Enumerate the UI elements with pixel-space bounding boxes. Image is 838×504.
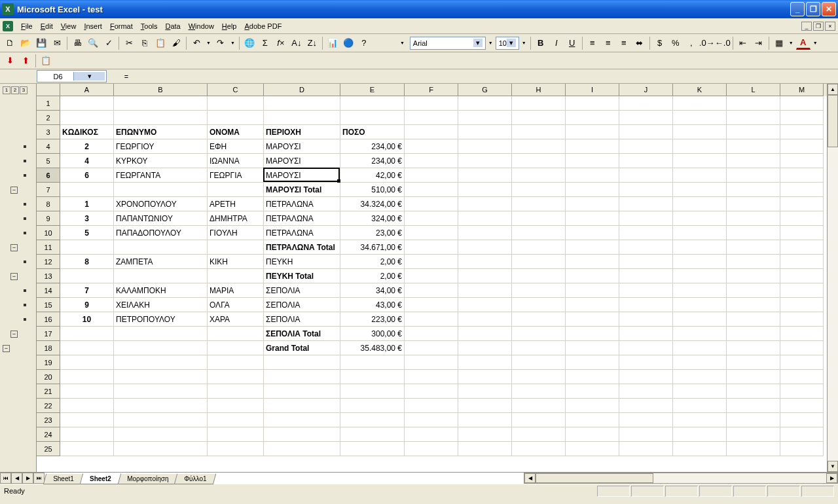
cell-K8[interactable] bbox=[673, 197, 727, 211]
drawing-icon[interactable]: 🔵 bbox=[341, 36, 355, 50]
col-header-B[interactable]: B bbox=[114, 84, 208, 96]
menu-format[interactable]: Format bbox=[106, 20, 137, 33]
cell-D19[interactable] bbox=[264, 355, 340, 370]
cell-E10[interactable]: 23,00 € bbox=[340, 226, 405, 240]
cell-L13[interactable] bbox=[727, 269, 780, 283]
cell-I11[interactable] bbox=[566, 240, 619, 255]
cell-F9[interactable] bbox=[405, 211, 458, 226]
cell-D6[interactable]: ΜΑΡΟΥΣΙ bbox=[264, 168, 340, 183]
cell-E6[interactable]: 42,00 € bbox=[340, 168, 405, 183]
cell-C10[interactable]: ΓΙΟΥΛΗ bbox=[208, 226, 264, 240]
outline-level-2[interactable]: 2 bbox=[11, 86, 19, 94]
cell-L22[interactable] bbox=[727, 399, 780, 413]
cell-L16[interactable] bbox=[727, 312, 780, 327]
cell-F2[interactable] bbox=[405, 111, 458, 125]
function-icon[interactable]: f× bbox=[274, 36, 288, 50]
font-size-selector[interactable]: 10▾ bbox=[496, 37, 519, 50]
horizontal-scrollbar[interactable]: ◀ ▶ bbox=[524, 473, 838, 484]
chevron-down-icon[interactable]: ▾ bbox=[507, 39, 516, 47]
cell-M24[interactable] bbox=[780, 427, 824, 442]
cell-B19[interactable] bbox=[114, 355, 208, 370]
cell-I3[interactable] bbox=[566, 125, 619, 139]
cell-K17[interactable] bbox=[673, 327, 727, 341]
cell-I10[interactable] bbox=[566, 226, 619, 240]
cell-C17[interactable] bbox=[208, 327, 264, 341]
cell-J8[interactable] bbox=[619, 197, 673, 211]
underline-button[interactable]: U bbox=[565, 36, 579, 50]
cell-L7[interactable] bbox=[727, 183, 780, 197]
cell-A22[interactable] bbox=[60, 399, 114, 413]
cell-G11[interactable] bbox=[458, 240, 512, 255]
cell-M15[interactable] bbox=[780, 298, 824, 312]
cell-M8[interactable] bbox=[780, 197, 824, 211]
doc-restore-button[interactable]: ❐ bbox=[813, 22, 824, 31]
cell-M7[interactable] bbox=[780, 183, 824, 197]
cell-M5[interactable] bbox=[780, 154, 824, 168]
cell-F11[interactable] bbox=[405, 240, 458, 255]
row-header-23[interactable]: 23 bbox=[37, 413, 60, 427]
cell-K16[interactable] bbox=[673, 312, 727, 327]
cell-C6[interactable]: ΓΕΩΡΓΙΑ bbox=[208, 168, 264, 183]
select-all-corner[interactable] bbox=[37, 84, 60, 96]
cell-G9[interactable] bbox=[458, 211, 512, 226]
cell-L4[interactable] bbox=[727, 139, 780, 154]
row-header-16[interactable]: 16 bbox=[37, 312, 60, 327]
cell-C23[interactable] bbox=[208, 413, 264, 427]
cell-K5[interactable] bbox=[673, 154, 727, 168]
cell-H17[interactable] bbox=[512, 327, 566, 341]
cell-A17[interactable] bbox=[60, 327, 114, 341]
cell-L20[interactable] bbox=[727, 370, 780, 384]
cell-D18[interactable]: Grand Total bbox=[264, 341, 340, 355]
hyperlink-icon[interactable]: 🌐 bbox=[242, 36, 257, 50]
cell-H9[interactable] bbox=[512, 211, 566, 226]
cell-J6[interactable] bbox=[619, 168, 673, 183]
maximize-button[interactable]: ❐ bbox=[806, 2, 820, 16]
cell-K3[interactable] bbox=[673, 125, 727, 139]
italic-button[interactable]: I bbox=[549, 36, 564, 50]
row-header-13[interactable]: 13 bbox=[37, 269, 60, 283]
col-header-E[interactable]: E bbox=[340, 84, 405, 96]
toolbar-options-icon[interactable]: ▼ bbox=[399, 41, 406, 45]
cell-C4[interactable]: ΕΦΗ bbox=[208, 139, 264, 154]
cut-icon[interactable]: ✂ bbox=[122, 36, 136, 50]
cell-B4[interactable]: ΓΕΩΡΓΙΟΥ bbox=[114, 139, 208, 154]
cell-M10[interactable] bbox=[780, 226, 824, 240]
new-icon[interactable]: 🗋 bbox=[3, 36, 17, 50]
cell-D10[interactable]: ΠΕΤΡΑΛΩΝΑ bbox=[264, 226, 340, 240]
cell-C13[interactable] bbox=[208, 269, 264, 283]
outline-level-3[interactable]: 3 bbox=[20, 86, 27, 94]
row-header-8[interactable]: 8 bbox=[37, 197, 60, 211]
cell-B11[interactable] bbox=[114, 240, 208, 255]
cell-M4[interactable] bbox=[780, 139, 824, 154]
cell-K7[interactable] bbox=[673, 183, 727, 197]
redo-dropdown-icon[interactable]: ▼ bbox=[229, 41, 236, 45]
cell-J5[interactable] bbox=[619, 154, 673, 168]
cell-H12[interactable] bbox=[512, 255, 566, 269]
cell-B25[interactable] bbox=[114, 442, 208, 456]
cell-J21[interactable] bbox=[619, 384, 673, 399]
borders-dropdown-icon[interactable]: ▼ bbox=[788, 41, 795, 45]
sort-asc-icon[interactable]: A↓ bbox=[289, 36, 304, 50]
cell-M22[interactable] bbox=[780, 399, 824, 413]
cell-K13[interactable] bbox=[673, 269, 727, 283]
cell-I17[interactable] bbox=[566, 327, 619, 341]
cell-I19[interactable] bbox=[566, 355, 619, 370]
cell-E12[interactable]: 2,00 € bbox=[340, 255, 405, 269]
cell-H13[interactable] bbox=[512, 269, 566, 283]
cell-J4[interactable] bbox=[619, 139, 673, 154]
cell-F18[interactable] bbox=[405, 341, 458, 355]
cell-G22[interactable] bbox=[458, 399, 512, 413]
font-color-icon[interactable]: A bbox=[796, 37, 811, 50]
tab-prev-icon[interactable]: ◀ bbox=[11, 473, 22, 484]
pdf-review-icon[interactable]: 📋 bbox=[39, 54, 53, 68]
cell-G10[interactable] bbox=[458, 226, 512, 240]
scroll-up-icon[interactable]: ▲ bbox=[828, 84, 838, 95]
menu-edit[interactable]: Edit bbox=[37, 20, 57, 33]
cell-J2[interactable] bbox=[619, 111, 673, 125]
cell-E16[interactable]: 223,00 € bbox=[340, 312, 405, 327]
cell-B23[interactable] bbox=[114, 413, 208, 427]
cell-I24[interactable] bbox=[566, 427, 619, 442]
cell-H15[interactable] bbox=[512, 298, 566, 312]
cell-G8[interactable] bbox=[458, 197, 512, 211]
cell-C7[interactable] bbox=[208, 183, 264, 197]
